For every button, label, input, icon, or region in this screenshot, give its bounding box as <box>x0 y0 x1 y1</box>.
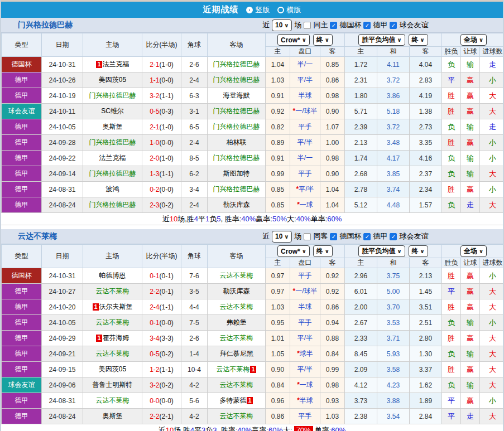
away-team-name[interactable]: 云达不莱梅 <box>220 334 253 342</box>
away-team-name[interactable]: 多特蒙德 <box>219 396 246 404</box>
home-team-name[interactable]: 法兰克福 <box>103 60 129 68</box>
away-team-name[interactable]: 弗赖堡 <box>227 318 247 326</box>
away-team-name[interactable]: 门兴格拉德巴赫 <box>213 107 260 115</box>
away-team-name[interactable]: 勒沃库森 <box>223 287 250 295</box>
league-label-cup[interactable]: 德国杯 <box>339 20 361 30</box>
league-label-friendly[interactable]: 球会友谊 <box>399 20 428 30</box>
away-team[interactable]: 拜仁慕尼黑 <box>208 346 266 362</box>
away-team[interactable]: 门兴格拉德巴赫 <box>208 151 266 166</box>
home-team[interactable]: 1霍芬海姆 <box>83 331 142 346</box>
league-label-bundesliga[interactable]: 德甲 <box>373 231 387 241</box>
home-team[interactable]: SC维尔 <box>83 104 142 119</box>
match-count-select[interactable]: 10 <box>272 20 292 31</box>
away-team-name[interactable]: 斯图加特 <box>223 170 250 177</box>
home-team[interactable]: 云达不莱梅 <box>83 315 142 331</box>
home-team[interactable]: 美因茨05 <box>83 362 142 377</box>
home-team-name[interactable]: 门兴格拉德巴赫 <box>89 91 136 99</box>
home-team-name[interactable]: 沃尔夫斯堡 <box>99 303 133 311</box>
odds-final-select[interactable]: 终 <box>313 245 333 257</box>
away-team-name[interactable]: 门兴格拉德巴赫 <box>213 185 260 193</box>
away-team-name[interactable]: 门兴格拉德巴赫 <box>213 154 260 162</box>
away-team-name[interactable]: 拜仁慕尼黑 <box>220 350 253 357</box>
home-team-name[interactable]: 云达不莱梅 <box>96 318 129 326</box>
home-team-name[interactable]: 门兴格拉德巴赫 <box>89 170 136 177</box>
wdl-final-select[interactable]: 终 <box>409 245 428 257</box>
league-label-cup[interactable]: 德国杯 <box>339 231 361 241</box>
league-label-bundesliga[interactable]: 德甲 <box>373 20 387 30</box>
away-team-name[interactable]: 云达不莱梅 <box>220 412 253 420</box>
league-checkbox-friendly[interactable] <box>390 233 397 240</box>
away-team-name[interactable]: 门兴格拉德巴赫 <box>213 123 260 130</box>
away-team[interactable]: 多特蒙德1 <box>208 393 266 409</box>
odds-company-select[interactable]: Crow* <box>277 245 310 257</box>
home-team[interactable]: 1法兰克福 <box>83 57 142 72</box>
league-checkbox-cup[interactable] <box>330 233 337 240</box>
home-team[interactable]: 门兴格拉德巴赫 <box>83 135 142 151</box>
away-team-name[interactable]: 门兴格拉德巴赫 <box>213 60 260 68</box>
home-team-name[interactable]: 美因茨05 <box>99 365 126 373</box>
league-label-friendly[interactable]: 球会友谊 <box>399 231 428 241</box>
home-team[interactable]: 美因茨05 <box>83 72 142 88</box>
same-venue-label[interactable]: 同客 <box>313 231 328 241</box>
odds-final-select[interactable]: 终 <box>313 34 333 46</box>
away-team[interactable]: 门兴格拉德巴赫 <box>208 104 266 119</box>
home-team-name[interactable]: SC维尔 <box>101 107 124 115</box>
away-team[interactable]: 门兴格拉德巴赫 <box>208 72 266 88</box>
wdl-final-select[interactable]: 终 <box>409 34 428 46</box>
scope-select[interactable]: 全场 <box>460 245 487 257</box>
home-team-name[interactable]: 普鲁士明斯特 <box>93 381 133 389</box>
home-team[interactable]: 波鸿 <box>83 182 142 197</box>
home-team-name[interactable]: 波鸿 <box>106 185 119 193</box>
home-team-name[interactable]: 门兴格拉德巴赫 <box>89 201 136 209</box>
away-team[interactable]: 海登海默 <box>208 88 266 104</box>
away-team-name[interactable]: 云达不莱梅 <box>220 272 253 279</box>
league-checkbox-bundesliga[interactable] <box>363 233 371 240</box>
away-team[interactable]: 云达不莱梅 <box>208 299 266 315</box>
horizontal-layout-radio[interactable] <box>277 7 284 13</box>
away-team-name[interactable]: 云达不莱梅 <box>220 303 253 311</box>
away-team-name[interactable]: 海登海默 <box>223 91 250 99</box>
away-team-name[interactable]: 门兴格拉德巴赫 <box>213 76 260 84</box>
away-team[interactable]: 弗赖堡 <box>208 315 266 331</box>
home-team[interactable]: 法兰克福 <box>83 151 142 166</box>
vertical-layout-label[interactable]: 竖版 <box>256 5 270 15</box>
home-team-name[interactable]: 美因茨05 <box>99 76 126 84</box>
home-team[interactable]: 云达不莱梅 <box>83 346 142 362</box>
same-venue-checkbox[interactable] <box>304 22 311 29</box>
wdl-avg-select[interactable]: 胜平负均值 <box>358 245 405 257</box>
home-team[interactable]: 门兴格拉德巴赫 <box>83 197 142 213</box>
vertical-layout-radio[interactable] <box>246 7 253 13</box>
home-team[interactable]: 普鲁士明斯特 <box>83 377 142 393</box>
league-checkbox-bundesliga[interactable] <box>363 22 371 29</box>
home-team-name[interactable]: 云达不莱梅 <box>96 396 129 404</box>
home-team-name[interactable]: 云达不莱梅 <box>96 287 129 295</box>
away-team[interactable]: 门兴格拉德巴赫 <box>208 57 266 72</box>
home-team-name[interactable]: 霍芬海姆 <box>103 334 129 342</box>
away-team[interactable]: 柏林联 <box>208 135 266 151</box>
horizontal-layout-label[interactable]: 横版 <box>287 5 301 15</box>
home-team[interactable]: 1沃尔夫斯堡 <box>83 299 142 315</box>
away-team-name[interactable]: 云达不莱梅 <box>216 365 249 373</box>
home-team-name[interactable]: 帕德博恩 <box>99 272 126 279</box>
home-team[interactable]: 奥斯堡 <box>83 409 142 424</box>
home-team[interactable]: 帕德博恩 <box>83 268 142 284</box>
away-team[interactable]: 云达不莱梅 <box>208 331 266 346</box>
away-team-name[interactable]: 柏林联 <box>227 138 247 146</box>
away-team[interactable]: 云达不莱梅 <box>208 268 266 284</box>
home-team[interactable]: 奥斯堡 <box>83 119 142 135</box>
home-team-name[interactable]: 奥斯堡 <box>103 412 123 420</box>
away-team[interactable]: 斯图加特 <box>208 166 266 182</box>
away-team[interactable]: 云达不莱梅 <box>208 409 266 424</box>
league-checkbox-friendly[interactable] <box>390 22 397 29</box>
home-team[interactable]: 云达不莱梅 <box>83 393 142 409</box>
away-team-name[interactable]: 勒沃库森 <box>223 201 250 209</box>
home-team[interactable]: 云达不莱梅 <box>83 284 142 299</box>
home-team[interactable]: 门兴格拉德巴赫 <box>83 166 142 182</box>
wdl-avg-select[interactable]: 胜平负均值 <box>358 34 405 46</box>
scope-select[interactable]: 全场 <box>460 34 487 46</box>
home-team-name[interactable]: 云达不莱梅 <box>96 350 129 357</box>
away-team[interactable]: 门兴格拉德巴赫 <box>208 182 266 197</box>
home-team-name[interactable]: 门兴格拉德巴赫 <box>89 138 136 146</box>
same-venue-checkbox[interactable] <box>304 233 311 240</box>
odds-company-select[interactable]: Crow* <box>277 34 310 46</box>
